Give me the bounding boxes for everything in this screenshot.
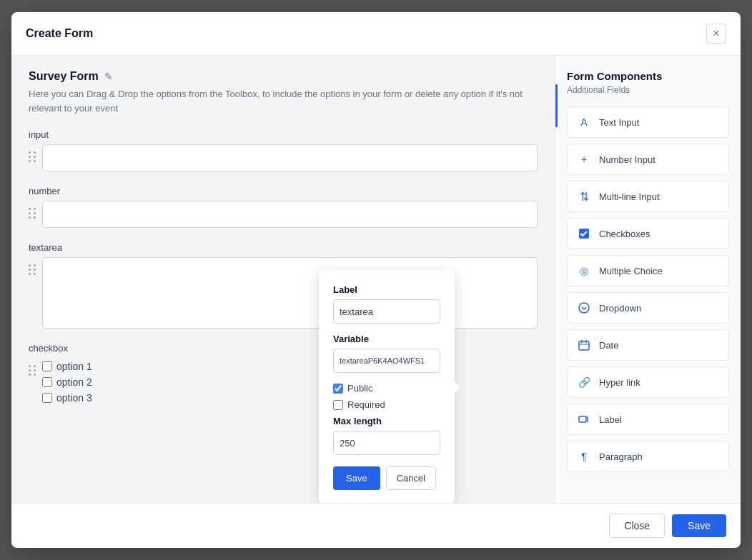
field-group-input: input [29,129,538,171]
field-group-textarea: textarea [29,242,538,329]
modal-title: Create Form [26,27,93,40]
hyperlink-label: Hyper link [599,377,640,388]
checkbox-option-1[interactable] [42,361,52,371]
popup-maxlength-field: Max length [333,416,440,455]
form-description: Here you can Drag & Drop the options fro… [29,87,538,115]
edit-icon[interactable]: ✎ [104,71,113,82]
multiline-input-icon: ⇅ [576,189,592,204]
checkbox-option-1-label: option 1 [56,361,92,372]
field-row-input [29,144,538,171]
modal-close-button[interactable]: × [706,24,726,44]
hyperlink-icon: 🔗 [576,374,592,390]
popup-public-row: Public [333,383,440,394]
modal-header: Create Form × [11,12,741,56]
drag-handle-input[interactable] [29,144,36,162]
popup-variable-heading: Variable [333,334,440,344]
svg-rect-6 [579,416,586,422]
text-input-label: Text Input [599,117,639,128]
sidebar-item-label[interactable]: Label [567,404,729,435]
paragraph-icon: ¶ [576,449,592,464]
popup-save-button[interactable]: Save [333,466,380,490]
footer-close-button[interactable]: Close [609,514,665,538]
sidebar-item-number-input[interactable]: + Number Input [567,144,729,175]
form-name: Survey Form [29,70,99,83]
sidebar-item-multiline-input[interactable]: ⇅ Multi-line Input [567,181,729,212]
textarea-field[interactable] [42,257,538,329]
number-input-label: Number Input [599,154,655,165]
svg-rect-2 [579,341,589,350]
field-edit-popup: Label Variable Public Required [319,270,455,503]
sidebar-item-text-input[interactable]: A Text Input [567,106,729,138]
dropdown-label: Dropdown [599,303,641,314]
popup-required-row: Required [333,399,440,410]
text-input-icon: A [576,114,592,130]
field-row-number [29,201,538,228]
field-label-number: number [29,186,538,196]
popup-cancel-button[interactable]: Cancel [386,466,436,490]
popup-public-checkbox[interactable] [333,384,343,394]
drag-handle-textarea[interactable] [29,257,36,275]
drag-handle-checkbox[interactable] [29,358,36,376]
popup-label-input[interactable] [333,299,440,324]
field-row-textarea [29,257,538,329]
popup-public-label: Public [347,383,372,394]
checkbox-option-2-label: option 2 [56,376,92,388]
multiple-choice-icon: ◎ [576,263,592,279]
label-label: Label [599,414,622,425]
popup-variable-input[interactable] [333,349,440,373]
drag-handle-number[interactable] [29,201,36,219]
date-label: Date [599,340,618,351]
popup-required-label: Required [347,399,385,410]
form-area: Survey Form ✎ Here you can Drag & Drop t… [11,56,555,503]
multiline-input-label: Multi-line Input [599,191,660,202]
date-icon [576,337,592,353]
checkbox-option-3[interactable] [42,393,52,403]
checkboxes-icon [576,226,592,241]
field-row-checkbox: option 1 option 2 option 3 [29,358,538,408]
sidebar-subtitle: Additional Fields [567,85,729,95]
popup-required-checkbox[interactable] [333,400,343,410]
field-group-number: number [29,186,538,228]
form-components-sidebar: Form Components Additional Fields A Text… [555,56,741,503]
list-item: option 3 [42,392,92,404]
number-input-icon: + [576,151,592,167]
checkboxes-label: Checkboxes [599,229,650,239]
field-label-checkbox: checkbox [29,343,538,354]
svg-point-1 [579,303,589,313]
checkbox-option-3-label: option 3 [56,392,92,404]
modal-body: Survey Form ✎ Here you can Drag & Drop t… [11,56,741,503]
list-item: option 1 [42,361,92,372]
field-label-input: input [29,129,538,140]
dropdown-icon [576,300,592,316]
label-icon [576,411,592,427]
footer-save-button[interactable]: Save [672,514,726,537]
modal-footer: Close Save [11,503,741,548]
sidebar-item-multiple-choice[interactable]: ◎ Multiple Choice [567,255,729,286]
checkbox-option-2[interactable] [42,377,52,387]
sidebar-title: Form Components [567,70,729,82]
input-field[interactable] [42,144,538,171]
form-title-row: Survey Form ✎ [29,70,538,83]
field-label-textarea: textarea [29,242,538,253]
popup-maxlength-heading: Max length [333,416,440,426]
sidebar-item-hyperlink[interactable]: 🔗 Hyper link [567,366,729,398]
modal-overlay: Create Form × Survey Form ✎ Here you can… [0,0,752,560]
sidebar-item-checkboxes[interactable]: Checkboxes [567,218,729,249]
sidebar-item-dropdown[interactable]: Dropdown [567,292,729,324]
popup-actions: Save Cancel [333,466,440,490]
popup-label-field: Label [333,284,440,324]
checkbox-options: option 1 option 2 option 3 [42,361,92,408]
popup-variable-field: Variable [333,334,440,373]
sidebar-item-paragraph[interactable]: ¶ Paragraph [567,441,729,472]
number-field[interactable] [42,201,538,228]
popup-maxlength-input[interactable] [333,431,440,455]
popup-label-heading: Label [333,284,440,295]
field-group-checkbox: checkbox option 1 [29,343,538,408]
create-form-modal: Create Form × Survey Form ✎ Here you can… [11,12,741,548]
multiple-choice-label: Multiple Choice [599,266,663,276]
paragraph-label: Paragraph [599,451,643,462]
list-item: option 2 [42,376,92,388]
sidebar-item-date[interactable]: Date [567,329,729,361]
